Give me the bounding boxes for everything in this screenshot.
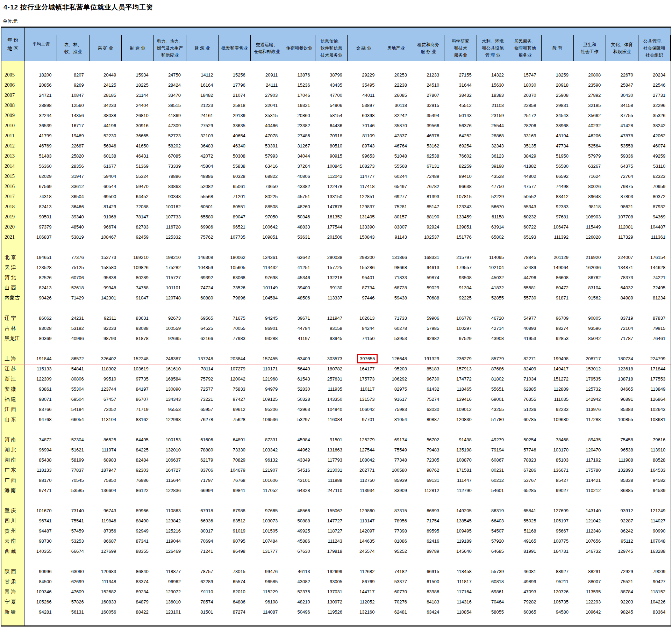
value-cell: 107733 (154, 212, 186, 222)
value-cell: 68822 (251, 171, 283, 181)
value-cell: 125332 (154, 232, 186, 242)
row-label: 天 津 (1, 262, 24, 273)
value-cell: 115229 (251, 587, 283, 597)
value-cell: 27486 (283, 131, 315, 141)
value-cell: 60138 (89, 151, 121, 161)
value-cell: 303573 (315, 354, 348, 364)
value-cell: 27731 (638, 90, 671, 100)
value-cell: 71429 (57, 293, 89, 303)
value-cell: 34233 (89, 100, 121, 110)
value-cell: 80231 (477, 465, 509, 475)
value-cell: 67569 (24, 181, 57, 191)
value-cell: 112790 (444, 485, 477, 495)
value-cell: 119044 (154, 536, 186, 546)
value-cell: 94245 (251, 313, 283, 323)
value-cell: 201129 (542, 252, 574, 262)
value-cell: 96498 (218, 546, 250, 556)
value-cell: 80806 (57, 374, 89, 384)
value-cell: 79915 (638, 323, 671, 333)
value-cell: 119189 (444, 536, 477, 546)
value-cell: 84989 (606, 293, 638, 303)
value-cell: 72495 (638, 283, 671, 293)
value-cell: 12560 (57, 100, 89, 110)
value-cell: 24510 (412, 80, 444, 90)
value-cell: 39198 (477, 161, 509, 171)
value-cell: 34543 (542, 110, 574, 121)
value-cell: 174772 (444, 374, 477, 384)
value-cell: 106637 (154, 455, 186, 465)
value-cell: 20370 (509, 90, 541, 100)
value-cell: 74872 (24, 435, 57, 445)
value-cell: 132893 (606, 465, 638, 475)
value-cell: 102104 (477, 262, 509, 273)
value-cell: 15236 (283, 80, 315, 90)
value-cell: 100559 (154, 323, 186, 333)
value-cell: 70829 (218, 455, 250, 465)
value-cell: 93288 (251, 333, 283, 343)
value-cell: 50888 (283, 516, 315, 526)
value-cell: 91304 (444, 283, 477, 293)
value-cell: 213031 (315, 465, 348, 475)
value-cell: 54906 (315, 100, 348, 110)
value-cell: 22238 (380, 80, 412, 90)
value-cell: 113849 (638, 384, 671, 394)
value-cell: 78757 (186, 566, 218, 577)
value-cell: 31644 (444, 80, 477, 90)
value-cell: 144628 (638, 262, 671, 273)
value-cell: 97050 (251, 212, 283, 222)
value-cell: 50254 (509, 435, 541, 445)
value-cell: 109012 (444, 404, 477, 414)
value-cell: 75281 (380, 202, 412, 212)
value-cell: 59470 (121, 181, 153, 191)
value-cell: 95553 (154, 404, 186, 414)
value-cell: 114087 (251, 607, 283, 617)
value-cell: 48566 (283, 506, 315, 516)
row-label: 河 北 (1, 273, 24, 283)
value-cell: 10847 (57, 90, 89, 100)
value-cell: 60278 (380, 323, 412, 333)
value-cell: 74182 (380, 566, 412, 577)
row-label (1, 61, 24, 70)
value-cell: 118727 (315, 526, 348, 536)
value-cell: 40654 (218, 131, 250, 141)
value-cell: 71797 (186, 475, 218, 485)
value-cell: 60328 (218, 171, 250, 181)
value-cell: 120748 (154, 293, 186, 303)
value-cell: 32915 (412, 100, 444, 110)
value-cell: 85438 (24, 455, 57, 465)
value-cell: 56946 (89, 141, 121, 151)
value-cell: 91143 (380, 232, 412, 242)
value-cell: 106042 (348, 404, 380, 414)
value-cell: 74150 (348, 333, 380, 343)
value-cell: 41428 (606, 121, 638, 131)
value-cell: 57459 (57, 526, 89, 536)
value-cell: 94539 (638, 485, 671, 495)
value-cell: 106474 (542, 222, 574, 232)
spacer (24, 303, 671, 313)
value-cell: 17046 (283, 90, 315, 100)
row-label: 山 东 (1, 414, 24, 425)
value-cell: 46764 (380, 141, 412, 151)
spacer-row (1, 495, 671, 506)
value-cell: 152773 (89, 252, 121, 262)
table-row: 2017743183650469500644529034855568712018… (1, 191, 671, 202)
row-label: 2020 (1, 222, 24, 232)
value-cell: 94768 (24, 414, 57, 425)
value-cell: 15256 (218, 70, 250, 80)
value-cell: 95203 (380, 364, 412, 374)
value-cell: 67286 (509, 465, 541, 475)
value-cell: 47309 (154, 121, 186, 131)
value-cell: 245574 (348, 546, 380, 556)
value-cell: 28424 (154, 80, 186, 90)
row-label: 青 海 (1, 587, 24, 597)
value-cell: 84197 (121, 384, 153, 394)
spacer (24, 617, 671, 625)
value-cell: 83512 (218, 516, 250, 526)
value-cell: 153012 (574, 364, 606, 374)
value-cell: 121249 (638, 506, 671, 516)
row-label: 黑龙江 (1, 333, 24, 343)
value-cell: 52229 (477, 191, 509, 202)
value-cell: 40996 (57, 333, 89, 343)
value-cell: 29831 (542, 100, 574, 110)
value-cell: 73526 (218, 283, 250, 293)
